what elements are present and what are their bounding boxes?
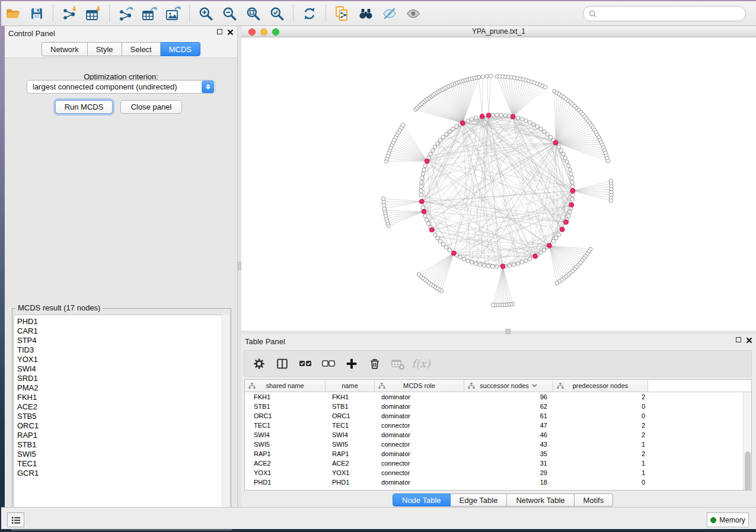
mcds-result-list[interactable]: PHD1CAR1STP4TID3YOX1SWI4SRD1PMA2FKH1ACE2…	[14, 315, 229, 528]
graph-node[interactable]	[551, 239, 555, 243]
graph-node[interactable]	[571, 185, 575, 188]
mcds-result-item[interactable]: FKH1	[14, 393, 229, 402]
graph-node[interactable]	[423, 214, 427, 217]
tab-network-table[interactable]: Network Table	[507, 493, 574, 507]
graph-node[interactable]	[487, 264, 490, 268]
mcds-result-item[interactable]: PMA2	[14, 383, 229, 393]
mcds-result-item[interactable]: PHD1	[14, 317, 229, 326]
graph-leaf-node[interactable]	[491, 303, 495, 307]
graph-node[interactable]	[425, 218, 429, 222]
graph-node[interactable]	[448, 130, 451, 133]
mcds-result-item[interactable]: SWI5	[14, 450, 229, 459]
graph-node[interactable]	[433, 145, 436, 149]
graph-node[interactable]	[548, 135, 552, 139]
graph-node[interactable]	[474, 262, 477, 265]
graph-node[interactable]	[420, 181, 423, 184]
graph-node[interactable]	[499, 113, 503, 117]
graph-node[interactable]	[436, 236, 439, 240]
graph-node[interactable]	[524, 259, 528, 262]
graph-node[interactable]	[478, 263, 481, 267]
mcds-result-item[interactable]: STP4	[14, 336, 229, 345]
table-row[interactable]: TEC1TEC1connector472	[245, 421, 751, 430]
graph-node[interactable]	[554, 236, 558, 240]
column-header-successor-nodes[interactable]: successor nodes	[464, 380, 553, 392]
graph-node[interactable]	[421, 172, 425, 175]
graph-node[interactable]	[474, 116, 477, 120]
mcds-result-item[interactable]: STB1	[14, 440, 229, 450]
graph-node[interactable]	[445, 132, 448, 136]
graph-node[interactable]	[543, 130, 546, 133]
mcds-result-item[interactable]: GCR1	[14, 469, 229, 478]
import-network-button[interactable]	[58, 4, 81, 24]
create-column-button[interactable]	[344, 356, 359, 371]
graph-hub-node[interactable]	[486, 113, 491, 118]
graph-node[interactable]	[482, 264, 486, 267]
graph-hub-node[interactable]	[425, 159, 429, 164]
graph-hub-node[interactable]	[500, 264, 505, 269]
graph-hub-node[interactable]	[429, 227, 434, 232]
show-all-button[interactable]	[402, 4, 425, 24]
graph-leaf-node[interactable]	[401, 123, 405, 127]
table-vertical-scrollbar[interactable]	[743, 392, 751, 490]
graph-node[interactable]	[559, 149, 563, 152]
graph-node[interactable]	[427, 222, 430, 225]
column-header-name[interactable]: name	[326, 380, 375, 392]
graph-node[interactable]	[570, 197, 574, 201]
export-image-button[interactable]	[162, 4, 184, 24]
graph-node[interactable]	[539, 127, 543, 130]
graph-leaf-node[interactable]	[417, 273, 420, 276]
mcds-result-item[interactable]: RAP1	[14, 431, 229, 440]
graph-node[interactable]	[565, 160, 569, 164]
zoom-out-button[interactable]	[218, 4, 241, 24]
table-row[interactable]: ORC1ORC1dominator610	[245, 411, 751, 421]
graph-node[interactable]	[546, 132, 549, 136]
table-row[interactable]: ACE2ACE2connector311	[245, 459, 751, 468]
graph-node[interactable]	[420, 176, 424, 180]
apply-layout-button[interactable]	[298, 4, 321, 24]
tab-edge-table[interactable]: Edge Table	[451, 493, 508, 507]
deselect-all-rows-button[interactable]	[321, 356, 336, 371]
float-window-icon[interactable]	[217, 29, 222, 34]
show-log-console-button[interactable]	[7, 512, 24, 527]
delete-column-button[interactable]	[367, 356, 382, 371]
graph-node[interactable]	[503, 114, 507, 117]
graph-node[interactable]	[436, 142, 439, 145]
table-row[interactable]: FKH1FKH1dominator962	[245, 392, 751, 402]
mcds-result-item[interactable]: ACE2	[14, 402, 229, 412]
graph-hub-node[interactable]	[564, 220, 569, 225]
graph-hub-node[interactable]	[547, 243, 551, 248]
table-row[interactable]: YOX1YOX1connector291	[245, 468, 751, 477]
graph-hub-node[interactable]	[422, 209, 426, 214]
new-network-from-selection-button[interactable]	[331, 4, 353, 24]
table-row[interactable]: SWI4SWI4dominator462	[245, 430, 751, 440]
tab-motifs[interactable]: Motifs	[575, 493, 614, 507]
table-row[interactable]: STB1STB1dominator620	[245, 402, 751, 411]
tab-node-table[interactable]: Node Table	[393, 493, 451, 507]
graph-node[interactable]	[470, 261, 474, 264]
graph-node[interactable]	[441, 135, 445, 139]
table-row[interactable]: SWI5SWI5connector431	[245, 440, 751, 449]
graph-hub-node[interactable]	[451, 251, 456, 255]
graph-leaf-node[interactable]	[481, 75, 484, 78]
table-row[interactable]: RAP1RAP1dominator352	[245, 449, 751, 459]
graph-node[interactable]	[567, 164, 570, 168]
graph-hub-node[interactable]	[533, 254, 538, 259]
graph-node[interactable]	[562, 152, 565, 156]
graph-node[interactable]	[568, 168, 572, 171]
zoom-selected-button[interactable]	[266, 4, 288, 24]
open-file-button[interactable]	[2, 4, 24, 24]
mcds-result-item[interactable]: SRD1	[14, 374, 229, 383]
graph-node[interactable]	[422, 168, 426, 171]
float-window-icon[interactable]	[736, 337, 741, 342]
column-header-mcds-role[interactable]: MCDS role	[375, 380, 464, 392]
scrollbar-thumb[interactable]	[745, 451, 751, 491]
select-all-rows-button[interactable]	[298, 356, 313, 371]
mcds-result-item[interactable]: TID3	[14, 345, 229, 355]
graph-hub-node[interactable]	[480, 114, 484, 118]
column-header-shared-name[interactable]: shared name	[245, 380, 326, 392]
graph-node[interactable]	[448, 248, 451, 252]
graph-node[interactable]	[441, 242, 445, 246]
graph-node[interactable]	[423, 164, 427, 168]
memory-button[interactable]: Memory	[707, 512, 749, 527]
zoom-in-button[interactable]	[194, 4, 217, 24]
